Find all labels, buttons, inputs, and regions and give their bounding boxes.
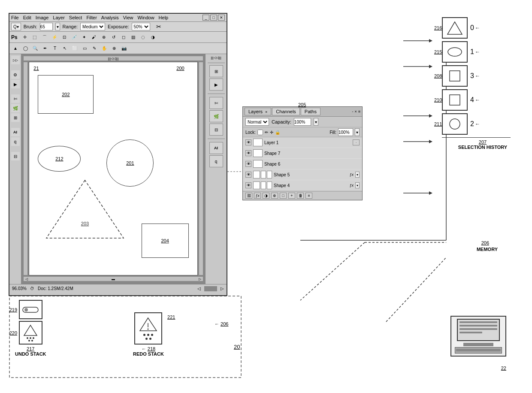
scroll-right[interactable]: ▷	[221, 286, 224, 291]
panel-close[interactable]: ×	[354, 109, 357, 114]
menu-help[interactable]: Help	[159, 15, 169, 20]
zoom-tool[interactable]: 🔍	[31, 44, 39, 53]
brush-size-input[interactable]	[40, 23, 53, 30]
mini-btn-q[interactable]: q	[209, 155, 223, 167]
menu-view[interactable]: View	[123, 15, 133, 20]
range-select[interactable]: Medium	[80, 23, 105, 30]
shape4-dropdown[interactable]: ▾	[355, 182, 360, 188]
fill-input[interactable]	[338, 128, 353, 136]
brush-dropdown[interactable]: ▾	[55, 23, 60, 30]
zoom-tool-2[interactable]: ⊕	[110, 44, 118, 53]
left-tool-5[interactable]: ⊞	[11, 113, 20, 122]
tab-channels[interactable]: Channels	[272, 108, 299, 115]
menu-select[interactable]: Select	[69, 15, 82, 20]
clone-tool[interactable]: ⊕	[100, 33, 108, 42]
left-tool-ai[interactable]: AI	[11, 128, 20, 136]
notes-tool[interactable]: ✎	[90, 44, 99, 53]
lock-transparent[interactable]	[257, 130, 263, 135]
menu-layer[interactable]: Layer	[53, 15, 65, 20]
eyedropper-tool[interactable]: 💉	[70, 33, 79, 42]
tab-layers-close[interactable]: ×	[265, 110, 267, 114]
mini-btn-2[interactable]: ▶	[209, 79, 223, 91]
path-select-tool[interactable]: ↖	[60, 44, 69, 53]
mini-btn-3[interactable]: ✄	[209, 97, 223, 109]
mini-btn-ai[interactable]: AI	[209, 142, 223, 154]
dodge-tool[interactable]: ◑	[149, 33, 157, 42]
menu-analysis[interactable]: Analysis	[101, 15, 119, 20]
scroll-layer-1[interactable]: ·	[353, 139, 360, 145]
rect-select-tool[interactable]: ⬚	[30, 33, 39, 42]
new-layer-icon[interactable]: +	[288, 193, 295, 199]
shape-tool[interactable]: ⬜	[70, 44, 79, 53]
menu-file[interactable]: File	[11, 15, 19, 20]
shape5-dropdown[interactable]: ▾	[355, 172, 360, 178]
eraser-tool[interactable]: ◻	[119, 33, 128, 42]
gradient-tool[interactable]: ▤	[129, 33, 138, 42]
layers-menu-icon[interactable]: ≡	[305, 193, 312, 199]
layer-item-shape6[interactable]: 👁 Shape 6	[243, 159, 362, 169]
menu-filter[interactable]: Filter	[86, 15, 97, 20]
color-picker-tool[interactable]: ◯	[21, 44, 30, 53]
fx-icon[interactable]: ƒx	[254, 193, 261, 199]
blend-mode-select[interactable]: Normal	[245, 118, 269, 126]
pen-tool[interactable]: ✒	[41, 44, 49, 53]
lasso-tool[interactable]: ⌒	[40, 33, 49, 42]
menu-window[interactable]: Window	[137, 15, 154, 20]
tab-layers[interactable]: Layers ×	[245, 108, 271, 115]
move-tool[interactable]: ✛	[21, 33, 29, 42]
forward-icon[interactable]: ▷▷	[11, 56, 20, 64]
mini-btn-1[interactable]: ⊞	[209, 65, 223, 77]
mini-btn-4[interactable]: 🌿	[209, 110, 223, 122]
layer-item-1[interactable]: 👁 Layer 1 ·	[243, 137, 362, 148]
tab-paths[interactable]: Paths	[301, 108, 320, 115]
maximize-button[interactable]: □	[210, 15, 217, 21]
mini-btn-5[interactable]: ⊟	[209, 124, 223, 136]
adj-icon[interactable]: ⊕	[271, 193, 278, 199]
opacity-input[interactable]	[294, 118, 311, 126]
left-tool-1[interactable]: ⚙	[11, 70, 20, 79]
minimize-button[interactable]: _	[203, 15, 209, 21]
eye-shape-7[interactable]: 👁	[245, 150, 251, 156]
rect-tool[interactable]: ▭	[80, 44, 89, 53]
exposure-select[interactable]: 50%	[132, 23, 150, 30]
group-icon[interactable]: □	[280, 193, 287, 199]
left-tool-q[interactable]: q	[11, 137, 20, 146]
link-icon[interactable]: ⛓	[245, 193, 252, 199]
layer-item-shape7[interactable]: 👁 Shape 7	[243, 148, 362, 159]
v-scrollbar-left[interactable]	[23, 62, 28, 275]
h-scrollbar-top[interactable]: |||◁◁|||	[23, 56, 203, 61]
panel-minimize[interactable]: -	[352, 109, 353, 114]
tool-selector[interactable]: Q▾	[11, 23, 21, 30]
eye-shape-6[interactable]: 👁	[245, 161, 251, 167]
menu-image[interactable]: Image	[36, 15, 49, 20]
left-tool-3[interactable]: ✄	[11, 94, 20, 103]
paint-bucket-tool[interactable]: ▲	[11, 44, 20, 53]
h-scrollbar-bottom[interactable]: ◁▬▷	[23, 276, 203, 281]
menu-edit[interactable]: Edit	[23, 15, 31, 20]
eye-layer-1[interactable]: 👁	[245, 139, 251, 145]
camera-tool[interactable]: 📷	[120, 44, 128, 53]
mask-icon[interactable]: ◑	[263, 193, 269, 199]
scroll-left[interactable]: ◁	[197, 286, 201, 291]
eye-shape-5[interactable]: 👁	[245, 172, 251, 178]
left-tool-grid[interactable]: ⊟	[11, 152, 20, 160]
layer-item-shape4[interactable]: 👁 Shape 4 ƒx ▾	[243, 180, 362, 191]
panel-menu[interactable]: ≡	[358, 109, 360, 114]
heal-tool[interactable]: ✦	[80, 33, 88, 42]
hand-tool[interactable]: ✋	[100, 44, 109, 53]
delete-layer-icon[interactable]: 🗑	[297, 193, 304, 199]
history-brush-tool[interactable]: ↺	[109, 33, 118, 42]
crop-tool[interactable]: ⊡	[60, 33, 69, 42]
type-tool[interactable]: T	[51, 44, 59, 53]
v-scrollbar-right[interactable]	[199, 62, 203, 275]
close-button[interactable]: ✕	[218, 15, 225, 21]
eye-shape-4[interactable]: 👁	[245, 182, 251, 188]
opacity-dropdown[interactable]: ▾	[314, 118, 318, 126]
left-tool-4[interactable]: 🌿	[11, 104, 20, 112]
brush-tool[interactable]: 🖌	[90, 33, 98, 42]
left-tool-2[interactable]: ▶	[11, 80, 20, 88]
layer-item-shape5[interactable]: 👁 Shape 5 ƒx ▾	[243, 169, 362, 180]
fill-dropdown[interactable]: ▾	[355, 128, 360, 136]
blur-tool[interactable]: ◌	[139, 33, 148, 42]
magic-wand-tool[interactable]: ⚡	[50, 33, 59, 42]
